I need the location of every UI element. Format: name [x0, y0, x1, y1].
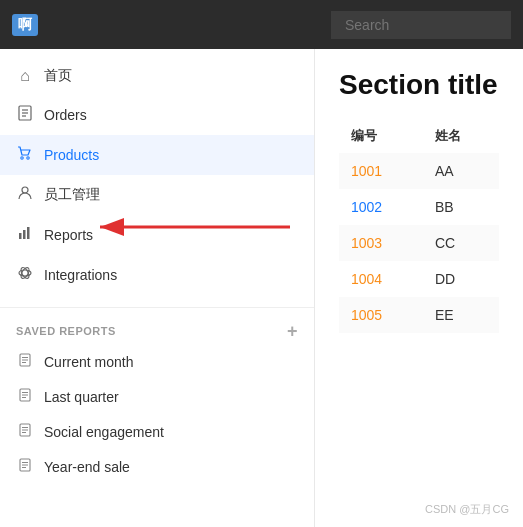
sidebar: ⌂ 首页 Orders	[0, 49, 315, 527]
search-input[interactable]	[331, 11, 511, 39]
sidebar-item-label: 员工管理	[44, 186, 100, 204]
saved-item-current-month[interactable]: Current month	[0, 344, 314, 379]
app-logo: 啊	[12, 14, 38, 36]
cell-name: DD	[423, 261, 499, 297]
svg-point-5	[27, 157, 29, 159]
sidebar-item-integrations[interactable]: Integrations	[0, 255, 314, 295]
sidebar-item-label: Integrations	[44, 267, 117, 283]
home-icon: ⌂	[16, 67, 34, 85]
saved-item-year-end-sale[interactable]: Year-end sale	[0, 449, 314, 484]
saved-item-social-engagement[interactable]: Social engagement	[0, 414, 314, 449]
sidebar-item-label: Reports	[44, 227, 93, 243]
cell-id: 1005	[339, 297, 423, 333]
sidebar-item-orders[interactable]: Orders	[0, 95, 314, 135]
section-title: Section title	[339, 69, 499, 101]
cell-name: AA	[423, 153, 499, 189]
sidebar-item-label: Products	[44, 147, 99, 163]
table-row: 1002BB	[339, 189, 499, 225]
svg-rect-9	[27, 227, 30, 239]
table-row: 1005EE	[339, 297, 499, 333]
sidebar-item-home[interactable]: ⌂ 首页	[0, 57, 314, 95]
report-icon	[16, 353, 34, 370]
content-area: Section title 编号 姓名 1001AA1002BB1003CC10…	[315, 49, 523, 527]
reports-icon	[16, 225, 34, 245]
saved-item-label: Social engagement	[44, 424, 164, 440]
saved-item-last-quarter[interactable]: Last quarter	[0, 379, 314, 414]
cell-id: 1004	[339, 261, 423, 297]
topbar: 啊	[0, 0, 523, 49]
watermark: CSDN @五月CG	[425, 502, 509, 517]
table-row: 1003CC	[339, 225, 499, 261]
sidebar-item-products[interactable]: Products	[0, 135, 314, 175]
add-saved-report-button[interactable]: +	[287, 322, 298, 340]
cell-name: CC	[423, 225, 499, 261]
main-layout: ⌂ 首页 Orders	[0, 49, 523, 527]
cell-name: BB	[423, 189, 499, 225]
integrations-icon	[16, 265, 34, 285]
report-icon	[16, 458, 34, 475]
cell-name: EE	[423, 297, 499, 333]
report-icon	[16, 423, 34, 440]
table-row: 1004DD	[339, 261, 499, 297]
col-header-name: 姓名	[423, 119, 499, 153]
svg-point-4	[21, 157, 23, 159]
orders-icon	[16, 105, 34, 125]
staff-icon	[16, 185, 34, 205]
saved-reports-header: SAVED REPORTS +	[0, 312, 314, 344]
cell-id: 1002	[339, 189, 423, 225]
cell-id: 1003	[339, 225, 423, 261]
saved-reports-label: SAVED REPORTS	[16, 325, 116, 337]
svg-rect-8	[23, 230, 26, 239]
sidebar-item-label: 首页	[44, 67, 72, 85]
saved-item-label: Current month	[44, 354, 133, 370]
report-icon	[16, 388, 34, 405]
nav-section: ⌂ 首页 Orders	[0, 49, 314, 303]
sidebar-item-reports[interactable]: Reports	[0, 215, 314, 255]
saved-item-label: Year-end sale	[44, 459, 130, 475]
data-table: 编号 姓名 1001AA1002BB1003CC1004DD1005EE	[339, 119, 499, 333]
table-row: 1001AA	[339, 153, 499, 189]
divider	[0, 307, 314, 308]
col-header-id: 编号	[339, 119, 423, 153]
sidebar-item-label: Orders	[44, 107, 87, 123]
svg-point-6	[22, 187, 28, 193]
saved-item-label: Last quarter	[44, 389, 119, 405]
sidebar-item-staff[interactable]: 员工管理	[0, 175, 314, 215]
svg-rect-7	[19, 233, 22, 239]
cell-id: 1001	[339, 153, 423, 189]
products-icon	[16, 145, 34, 165]
